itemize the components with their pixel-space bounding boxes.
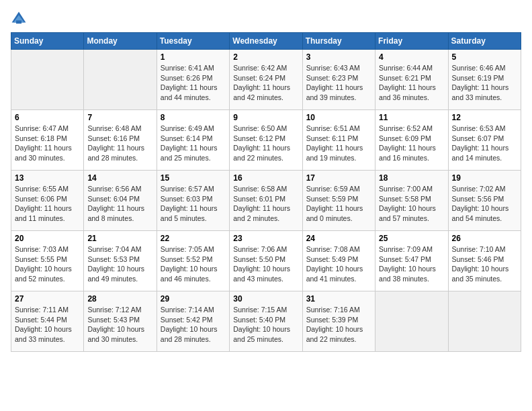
weekday-header: Saturday: [448, 33, 521, 50]
day-info: Sunset: 6:03 PM: [161, 194, 226, 204]
day-info: Sunrise: 7:00 AM: [379, 184, 444, 194]
day-info: Sunrise: 6:46 AM: [452, 63, 517, 73]
day-info: Sunrise: 7:16 AM: [306, 305, 371, 315]
day-info: Sunrise: 7:08 AM: [306, 244, 371, 255]
calendar-cell: 18Sunrise: 7:00 AMSunset: 5:58 PMDayligh…: [375, 171, 448, 231]
day-info: Sunset: 6:12 PM: [233, 134, 298, 144]
day-info: Sunrise: 7:04 AM: [87, 244, 152, 255]
day-info: Sunrise: 6:59 AM: [306, 184, 371, 194]
day-info: Sunrise: 6:50 AM: [233, 124, 298, 134]
calendar-cell: 29Sunrise: 7:14 AMSunset: 5:42 PMDayligh…: [157, 291, 229, 352]
day-info: Sunset: 5:53 PM: [87, 255, 152, 265]
day-info: Sunrise: 6:49 AM: [161, 124, 226, 134]
day-info: Daylight: 10 hours and 25 minutes.: [233, 324, 298, 344]
day-info: Daylight: 11 hours and 33 minutes.: [452, 83, 517, 102]
day-info: Sunrise: 6:42 AM: [233, 63, 298, 73]
weekday-header: Wednesday: [230, 33, 302, 50]
day-info: Sunset: 5:47 PM: [379, 255, 444, 265]
calendar-cell: 19Sunrise: 7:02 AMSunset: 5:56 PMDayligh…: [448, 171, 521, 231]
day-info: Daylight: 10 hours and 38 minutes.: [379, 264, 444, 283]
weekday-header: Sunday: [11, 33, 84, 50]
day-info: Daylight: 10 hours and 41 minutes.: [306, 264, 371, 283]
day-number: 13: [15, 173, 80, 183]
day-info: Sunset: 6:26 PM: [161, 73, 226, 83]
day-info: Sunset: 5:42 PM: [161, 315, 226, 325]
day-info: Daylight: 11 hours and 25 minutes.: [161, 143, 226, 163]
day-info: Sunrise: 7:11 AM: [15, 305, 80, 315]
calendar-cell: 10Sunrise: 6:51 AMSunset: 6:11 PMDayligh…: [302, 110, 375, 171]
calendar-cell: 15Sunrise: 6:57 AMSunset: 6:03 PMDayligh…: [157, 171, 229, 231]
day-info: Daylight: 10 hours and 28 minutes.: [161, 324, 226, 344]
day-number: 22: [161, 234, 226, 243]
day-info: Sunset: 5:50 PM: [233, 255, 298, 265]
day-number: 7: [87, 113, 152, 122]
day-info: Sunset: 6:07 PM: [452, 134, 517, 144]
day-info: Sunrise: 6:55 AM: [15, 184, 80, 194]
calendar-cell: [84, 50, 157, 110]
day-info: Sunrise: 6:43 AM: [306, 63, 371, 73]
day-info: Daylight: 10 hours and 33 minutes.: [15, 324, 80, 344]
day-info: Daylight: 10 hours and 22 minutes.: [306, 324, 371, 344]
calendar-body: 1Sunrise: 6:41 AMSunset: 6:26 PMDaylight…: [11, 50, 521, 352]
day-info: Sunset: 5:55 PM: [15, 255, 80, 265]
calendar-cell: 14Sunrise: 6:56 AMSunset: 6:04 PMDayligh…: [84, 171, 157, 231]
calendar-cell: 20Sunrise: 7:03 AMSunset: 5:55 PMDayligh…: [11, 231, 84, 291]
calendar-cell: 25Sunrise: 7:09 AMSunset: 5:47 PMDayligh…: [375, 231, 448, 291]
day-info: Sunset: 6:16 PM: [87, 134, 152, 144]
day-number: 11: [379, 113, 444, 122]
calendar-cell: 31Sunrise: 7:16 AMSunset: 5:39 PMDayligh…: [302, 291, 375, 352]
day-number: 26: [452, 234, 517, 243]
day-info: Daylight: 11 hours and 16 minutes.: [379, 143, 444, 163]
calendar-cell: 13Sunrise: 6:55 AMSunset: 6:06 PMDayligh…: [11, 171, 84, 231]
day-info: Sunset: 5:52 PM: [161, 255, 226, 265]
day-number: 16: [233, 173, 298, 183]
calendar-cell: 5Sunrise: 6:46 AMSunset: 6:19 PMDaylight…: [448, 50, 521, 110]
calendar-week-row: 6Sunrise: 6:47 AMSunset: 6:18 PMDaylight…: [11, 110, 521, 171]
day-info: Sunrise: 7:06 AM: [233, 244, 298, 255]
day-number: 3: [306, 52, 371, 62]
day-number: 24: [306, 234, 371, 243]
day-number: 10: [306, 113, 371, 122]
day-info: Sunset: 6:19 PM: [452, 73, 517, 83]
day-info: Sunset: 6:01 PM: [233, 194, 298, 204]
day-info: Daylight: 11 hours and 36 minutes.: [379, 83, 444, 102]
calendar-week-row: 13Sunrise: 6:55 AMSunset: 6:06 PMDayligh…: [11, 171, 521, 231]
calendar-cell: 21Sunrise: 7:04 AMSunset: 5:53 PMDayligh…: [84, 231, 157, 291]
day-number: 12: [452, 113, 517, 122]
calendar: SundayMondayTuesdayWednesdayThursdayFrid…: [11, 32, 521, 352]
day-info: Sunset: 6:24 PM: [233, 73, 298, 83]
day-info: Sunset: 6:04 PM: [87, 194, 152, 204]
day-number: 25: [379, 234, 444, 243]
day-number: 15: [161, 173, 226, 183]
calendar-cell: 28Sunrise: 7:12 AMSunset: 5:43 PMDayligh…: [84, 291, 157, 352]
day-info: Daylight: 11 hours and 0 minutes.: [306, 203, 371, 223]
page-header: [11, 11, 521, 27]
day-info: Daylight: 10 hours and 43 minutes.: [233, 264, 298, 283]
day-info: Sunrise: 7:10 AM: [452, 244, 517, 255]
day-info: Sunrise: 7:02 AM: [452, 184, 517, 194]
day-info: Daylight: 11 hours and 22 minutes.: [233, 143, 298, 163]
calendar-cell: 27Sunrise: 7:11 AMSunset: 5:44 PMDayligh…: [11, 291, 84, 352]
day-number: 1: [161, 52, 226, 62]
calendar-cell: 12Sunrise: 6:53 AMSunset: 6:07 PMDayligh…: [448, 110, 521, 171]
day-info: Sunrise: 7:15 AM: [233, 305, 298, 315]
day-info: Sunrise: 6:51 AM: [306, 124, 371, 134]
day-number: 4: [379, 52, 444, 62]
day-info: Sunrise: 7:12 AM: [87, 305, 152, 315]
day-info: Sunset: 6:09 PM: [379, 134, 444, 144]
day-info: Sunset: 5:40 PM: [233, 315, 298, 325]
calendar-header: SundayMondayTuesdayWednesdayThursdayFrid…: [11, 33, 521, 50]
day-info: Sunrise: 6:57 AM: [161, 184, 226, 194]
day-info: Sunset: 5:56 PM: [452, 194, 517, 204]
calendar-cell: 11Sunrise: 6:52 AMSunset: 6:09 PMDayligh…: [375, 110, 448, 171]
day-info: Daylight: 10 hours and 46 minutes.: [161, 264, 226, 283]
day-info: Sunrise: 6:56 AM: [87, 184, 152, 194]
day-info: Sunset: 6:21 PM: [379, 73, 444, 83]
day-number: 29: [161, 294, 226, 304]
day-number: 6: [15, 113, 80, 122]
day-number: 27: [15, 294, 80, 304]
day-info: Sunset: 5:59 PM: [306, 194, 371, 204]
calendar-cell: 17Sunrise: 6:59 AMSunset: 5:59 PMDayligh…: [302, 171, 375, 231]
calendar-cell: 6Sunrise: 6:47 AMSunset: 6:18 PMDaylight…: [11, 110, 84, 171]
calendar-cell: 7Sunrise: 6:48 AMSunset: 6:16 PMDaylight…: [84, 110, 157, 171]
